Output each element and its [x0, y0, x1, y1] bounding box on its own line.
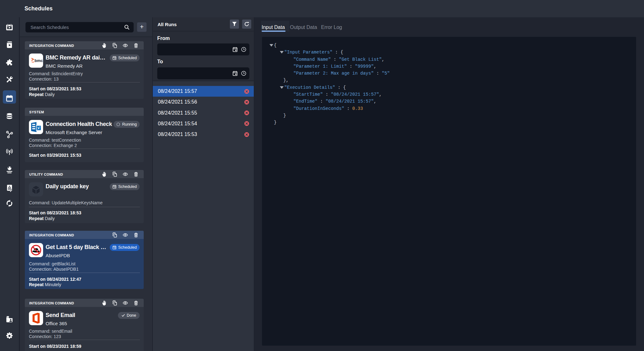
svg-text:bmc: bmc	[35, 58, 43, 63]
